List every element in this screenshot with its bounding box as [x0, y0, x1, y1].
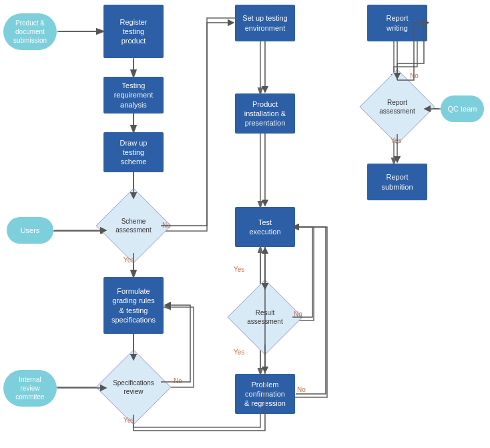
report-assess-diamond: Reportassessment: [371, 80, 424, 134]
product-install-box: Productinstallation &presentation: [235, 93, 295, 134]
no-label-specs: No: [174, 377, 182, 385]
no-label-report: No: [410, 72, 419, 79]
yes-label-result: Yes: [234, 349, 244, 356]
no-label-problem: No: [297, 386, 306, 393]
set-up-box: Set up testingenvironment: [235, 5, 295, 41]
product-doc-oval: Product &documentsubmission: [3, 13, 57, 50]
yes-label-scheme: Yes: [124, 256, 134, 264]
draw-up-box: Draw uptestingscheme: [103, 132, 164, 172]
result-assess-diamond: Resultassessment: [238, 290, 292, 344]
report-submit-box: Reportsubmition: [367, 164, 427, 200]
formulate-box: Formulategrading rules& testingspecifica…: [103, 277, 164, 334]
testing-req-box: Testingrequirementanalysis: [103, 77, 164, 114]
no-label-result: No: [294, 310, 302, 318]
specs-review-diamond: Specificationsreview: [107, 361, 160, 414]
qc-team-oval: QC team: [441, 95, 484, 122]
yes-label-specs: Yes: [124, 417, 134, 424]
users-oval: Users: [7, 217, 53, 244]
register-testing-box: Registertestingproduct: [103, 5, 164, 58]
scheme-assess-diamond: Schemeassessment: [107, 199, 160, 252]
yes-label-result2: Yes: [234, 266, 244, 273]
test-exec-box: Testexecution: [235, 207, 295, 247]
no-label-scheme: No: [162, 222, 171, 229]
flowchart: Product &documentsubmission Registertest…: [0, 0, 490, 448]
internal-review-oval: Internalreviewcommitee: [3, 370, 57, 407]
problem-confirm-box: Problemconfirmation& regression: [235, 374, 295, 414]
report-writing-box: Reportwriting: [367, 5, 427, 41]
yes-label-report: Yes: [391, 137, 401, 144]
